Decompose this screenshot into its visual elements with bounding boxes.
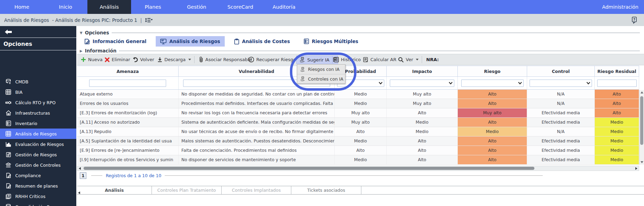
cell-riesgo: Alto	[458, 146, 527, 155]
list-icon	[304, 39, 309, 44]
filter-select-impacto[interactable]	[390, 80, 454, 87]
bank-icon	[5, 162, 11, 168]
nav-item-inicio[interactable]: Inicio	[44, 0, 87, 14]
column-header-riesgo[interactable]: Riesgo	[458, 66, 527, 76]
bottom-tab-tickets-asociados[interactable]: Tickets asociados	[291, 186, 361, 194]
column-header-control[interactable]: Control	[527, 66, 595, 76]
horizontal-scrollbar[interactable]	[77, 166, 639, 171]
sidebar-item-inventario[interactable]: Inventario	[0, 118, 76, 129]
tab-analisis-de-riesgos[interactable]: Análisis de Riesgos	[156, 36, 225, 47]
sidebar-item-compliance[interactable]: Compliance	[0, 170, 76, 181]
cell-impacto: Alto	[387, 155, 458, 164]
sidebar-item-bia[interactable]: BIA	[0, 87, 76, 97]
sidebar-item-label: Consolidación Recursos	[15, 204, 66, 206]
vertical-scrollbar-thumb[interactable]	[640, 96, 643, 145]
svg-text:AI: AI	[302, 58, 303, 59]
recover-risks-button[interactable]: Recuperar Riesgos	[248, 54, 298, 65]
scroll-left-button[interactable]	[77, 166, 82, 171]
table-row[interactable]: [A.11] Acceso no autorizado Sistema de a…	[77, 118, 639, 127]
cell-probabilidad: Medio	[335, 155, 387, 164]
nav-item-home[interactable]: Home	[0, 0, 44, 14]
scroll-up-button[interactable]	[639, 90, 644, 95]
menu-item-riesgos-con-ia[interactable]: AI Riesgos con IA	[297, 65, 345, 74]
table-row[interactable]: Errores de los usuarios Procedimientos m…	[77, 99, 639, 108]
sidebar-item-consolidacion-recursos[interactable]: Consolidación Recursos	[0, 201, 76, 206]
ai-hand-icon: AI	[300, 76, 305, 81]
tab-riesgos-multiples[interactable]: Riesgos Múltiples	[299, 36, 363, 47]
column-header-impacto[interactable]: Impacto	[387, 66, 458, 76]
nav-item-administracion[interactable]: Administración	[602, 0, 644, 14]
sidebar-item-resumen-de-planes[interactable]: Resumen de planes	[0, 181, 76, 191]
cell-vulnerabilidad: No usar técnicas de acuse de envío o de …	[179, 127, 335, 136]
column-header-riesgo-residual[interactable]: Riesgo Residual	[595, 66, 639, 76]
cell-vulnerabilidad: Sistema de autenticación deficiente. Mal…	[179, 118, 335, 127]
bottom-tab-analisis[interactable]: Análisis	[77, 186, 152, 194]
filter-input-riesgo-residual[interactable]	[597, 80, 637, 87]
vertical-scrollbar[interactable]	[639, 90, 644, 165]
cell-probabilidad: Alto	[335, 146, 387, 155]
table-row[interactable]: [E.9] Errores de [re-]encaminamiento Fal…	[77, 146, 639, 155]
table-row[interactable]: Ataque externo No disponer de medidas de…	[77, 90, 639, 99]
document-pencil-icon	[5, 173, 11, 178]
help-icon[interactable]: ?	[631, 16, 638, 24]
sidebar-item-calculo-rto-rpo[interactable]: Cálculo RTO y RPO	[0, 97, 76, 108]
nav-item-scorecard[interactable]: ScoreCard	[218, 0, 262, 14]
sidebar-item-infraestructuras[interactable]: Infraestructuras	[0, 108, 76, 118]
sort-list-icon[interactable]	[145, 17, 153, 23]
sidebar-item-rrhh-criticos[interactable]: RRHH Críticos	[0, 191, 76, 201]
horizontal-scrollbar-thumb[interactable]	[84, 167, 534, 170]
delete-button[interactable]: Eliminar	[105, 54, 130, 65]
bottom-tab-controles-implantados[interactable]: Controles Implantados	[222, 186, 291, 194]
tab-informacion-general[interactable]: Información General	[80, 36, 151, 47]
table-row[interactable]: [E.3] Errores de monitorización (log) No…	[77, 108, 639, 118]
cell-riesgo: Medio	[458, 127, 527, 136]
cell-amenaza: [E.9] Errores de [re-]encaminamiento	[77, 146, 179, 155]
cell-impacto: Muy alto	[387, 99, 458, 108]
nav-item-auditoria[interactable]: Auditoría	[262, 0, 306, 14]
nav-item-gestion[interactable]: Gestión	[175, 0, 218, 14]
calculate-ar-button[interactable]: Calcular AR	[363, 54, 396, 65]
menu-item-controles-con-ia[interactable]: AI Controles con IA	[297, 74, 345, 83]
table-row[interactable]: [A.13] Repudio No usar técnicas de acuse…	[77, 127, 639, 137]
collapse-left-icon[interactable]	[78, 189, 80, 196]
section-header-opciones: ▼ Opciones	[80, 30, 640, 35]
bottom-tab-controles-plan-tratamiento[interactable]: Controles Plan Tratamiento	[152, 186, 222, 194]
scroll-down-button[interactable]	[639, 160, 644, 165]
table-row[interactable]: [I.9] Interrupción de otros Servicios y …	[77, 155, 639, 165]
download-button[interactable]: Descarga	[157, 54, 191, 65]
back-button[interactable]: Volver	[132, 54, 154, 65]
button-label: Volver	[140, 57, 154, 62]
cell-control: Efectividad media	[527, 108, 595, 117]
suggest-ai-button[interactable]: AI Sugerir IA	[296, 56, 338, 64]
page-number-button[interactable]: 1	[80, 172, 86, 179]
view-button[interactable]: Ver	[398, 54, 419, 65]
button-label: Recuperar Riesgos	[256, 57, 298, 62]
expand-triangle-icon[interactable]: ▶	[80, 49, 83, 53]
section-title: Opciones	[85, 30, 109, 35]
sidebar-item-gestion-de-controles[interactable]: Gestión de Controles	[0, 160, 76, 170]
sidebar: Opciones CMDB BIA Cálculo RTO y RPO Infr…	[0, 26, 76, 206]
nav-item-planes[interactable]: Planes	[131, 0, 175, 14]
table-row[interactable]: [A.5] Suplantación de la identidad del u…	[77, 137, 639, 146]
sidebar-item-gestion-de-riesgos[interactable]: Gestión de Riesgos	[0, 149, 76, 160]
scroll-right-button[interactable]	[634, 166, 639, 171]
sidebar-item-cmdb[interactable]: CMDB	[0, 76, 76, 87]
cell-riesgo-residual: Medio	[595, 127, 639, 136]
bar-chart-icon	[5, 142, 11, 147]
filter-select-riesgo[interactable]	[461, 80, 524, 87]
cell-control: N/A	[527, 127, 595, 136]
pagination-divider	[165, 175, 543, 176]
assign-responsible-button[interactable]: Asociar Responsable	[199, 54, 252, 65]
new-button[interactable]: Nueva	[81, 54, 103, 65]
column-header-amenaza[interactable]: Amenaza	[77, 66, 179, 76]
filter-select-control[interactable]	[530, 80, 592, 87]
sidebar-item-analisis-de-riesgos[interactable]: Análisis de Riesgos	[0, 129, 76, 139]
history-button[interactable]: Histórico	[333, 54, 361, 65]
collapse-triangle-icon[interactable]: ▼	[80, 31, 83, 35]
filter-input-amenaza[interactable]	[89, 80, 166, 87]
sidebar-back-button[interactable]	[0, 26, 76, 38]
tab-analisis-de-costes[interactable]: Análisis de Costes	[230, 36, 294, 47]
nav-item-analisis[interactable]: Análisis	[87, 0, 131, 14]
cell-amenaza: [I.9] Interrupción de otros Servicios y …	[77, 155, 179, 164]
sidebar-item-evaluacion-de-riesgos[interactable]: Evaluación de Riesgos	[0, 139, 76, 149]
